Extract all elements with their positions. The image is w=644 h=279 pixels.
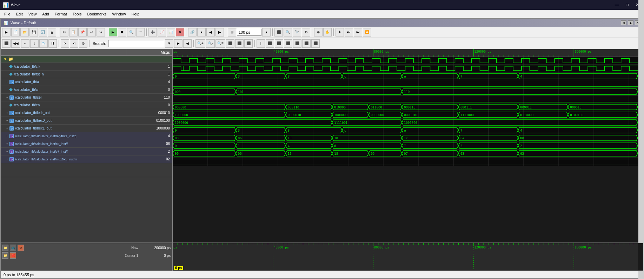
tb2-marker2[interactable]: ⬛ [266, 39, 274, 48]
tb2-edge2-btn[interactable]: ⊲ [70, 39, 78, 48]
list-item[interactable]: + ◇ /calculator_tb/calculator_inst/c7_in… [1, 148, 172, 155]
list-item[interactable]: /calculator_tb/rst_n 1 [1, 71, 172, 78]
tb2-zoom-sel[interactable]: ⬛ [226, 39, 234, 48]
tb2-wave-view[interactable]: 📉 [39, 39, 48, 48]
expand-icon[interactable]: + [6, 80, 8, 84]
tb2-hex-view[interactable]: H [48, 39, 57, 48]
tb-zoom-fit[interactable]: ⬛ [274, 28, 283, 36]
tb-run-btn[interactable]: ▶ [109, 28, 117, 36]
tb-redo-btn[interactable]: ↪ [97, 28, 105, 36]
search-go-btn[interactable]: ▶ [174, 39, 182, 48]
time-step-input[interactable] [237, 29, 261, 36]
search-back-btn[interactable]: ◀ [183, 39, 192, 48]
tb-nav-down[interactable]: ⬇ [336, 28, 344, 36]
bottom-icon-3[interactable]: ⊙ [18, 245, 24, 251]
tb-copy-btn[interactable]: 📋 [69, 28, 78, 36]
tb-zoom-out2[interactable]: 🔭 [293, 28, 301, 36]
list-item[interactable]: /calculator_tb/ci 0 [1, 86, 172, 94]
wave-canvas-container[interactable] [173, 57, 643, 243]
menu-help[interactable]: Help [129, 11, 142, 17]
bottom-icon-5[interactable]: 🔴 [10, 252, 16, 259]
tb2-marker7[interactable]: ⬛ [311, 39, 320, 48]
expand-icon-c6[interactable]: + [6, 142, 8, 146]
tb-wave-btn[interactable]: 〰 [136, 28, 145, 36]
tb-del-btn[interactable]: ✕ [176, 28, 184, 36]
tb2-marker1[interactable]: | [257, 39, 265, 48]
wave-maximize-button[interactable]: ▲ [628, 20, 633, 25]
tb-nav-prev[interactable]: ⏮ [354, 28, 362, 36]
expand-icon-reg4[interactable]: + [6, 134, 8, 138]
menu-file[interactable]: File [1, 11, 13, 17]
tb2-marker3[interactable]: ⬛ [275, 39, 283, 48]
expand-icon-hex1[interactable]: + [6, 127, 8, 130]
tb-up-btn[interactable]: ▲ [197, 28, 206, 36]
tb-fit-btn[interactable]: ⊞ [228, 28, 236, 36]
signal-list[interactable]: ▼ 📁 /calculator_tb/clk 1 [1, 56, 172, 243]
tb2-zoom-in[interactable]: 🔍+ [195, 39, 205, 48]
search-dropdown-btn[interactable]: ▼ [165, 39, 173, 48]
list-item[interactable]: + ◇ /calculator_tb/hex1_out 1000000 [1, 125, 172, 132]
tb2-collapse[interactable]: ↕ [30, 39, 39, 48]
tb-open-btn[interactable]: 📂 [20, 28, 29, 36]
list-item[interactable]: + ◇ /calculator_tb/calculator_inst/reg4b… [1, 132, 172, 140]
maximize-button[interactable]: □ [624, 2, 631, 8]
list-item[interactable]: + ◇ /calculator_tb/calculator_inst/c6_in… [1, 140, 172, 148]
list-item[interactable]: + ◇ /calculator_tb/ledr_out 000010 [1, 109, 172, 117]
tb2-marker5[interactable]: ⬛ [293, 39, 301, 48]
list-item[interactable]: + ◇ /calculator_tb/sel 110 [1, 94, 172, 101]
tb-nav-next[interactable]: ⏭ [345, 28, 353, 36]
tb2-edge3-btn[interactable]: ⊙ [79, 39, 87, 48]
bottom-icon-4[interactable]: 📁 [2, 252, 8, 259]
tb-refresh-btn[interactable]: 🔄 [39, 28, 47, 36]
tb-print-btn[interactable]: 🖨 [48, 28, 56, 36]
menu-view[interactable]: View [26, 11, 40, 17]
bottom-icon-1[interactable]: 📁 [2, 245, 8, 251]
tb-link-btn[interactable]: 🔗 [188, 28, 197, 36]
tb-save-btn[interactable]: 💾 [29, 28, 38, 36]
tb-right-btn[interactable]: ▶ [215, 28, 224, 36]
tb2-marker6[interactable]: ⬛ [302, 39, 311, 48]
tb-paste-btn[interactable]: 📌 [78, 28, 87, 36]
tb-hand-btn[interactable]: ✋ [323, 28, 332, 36]
expand-icon-mux8[interactable]: + [6, 158, 8, 161]
tb-undo-btn[interactable]: ↩ [87, 28, 96, 36]
tb-nav-end[interactable]: ⏩ [363, 28, 371, 36]
tb-search-btn[interactable]: 🔍 [127, 28, 135, 36]
menu-bookmarks[interactable]: Bookmarks [84, 11, 109, 17]
tb2-zoom-out[interactable]: 🔍- [206, 39, 215, 48]
tb-add-wave-btn[interactable]: 📈 [158, 28, 166, 36]
menu-add[interactable]: Add [39, 11, 52, 17]
vscrollbar[interactable] [638, 49, 643, 243]
tb2-edge-btn[interactable]: ⊳ [61, 39, 69, 48]
list-item[interactable]: + ◇ /calculator_tb/a 4 [1, 78, 172, 86]
tb-left-btn[interactable]: ◀ [206, 28, 215, 36]
menu-edit[interactable]: Edit [13, 11, 26, 17]
menu-window[interactable]: Window [109, 11, 129, 17]
tb-stop-btn[interactable]: ⏹ [118, 28, 126, 36]
tb-add-bus-btn[interactable]: 📊 [167, 28, 175, 36]
tb2-zoom-sel2[interactable]: ⬛ [235, 39, 244, 48]
tb-zoom-sel2[interactable]: ⚙ [302, 28, 310, 36]
wave-restore-button[interactable]: ◄ [621, 20, 626, 25]
list-item[interactable]: + ◇ /calculator_tb/hex0_out 0100100 [1, 117, 172, 125]
tb2-zoom-sel3[interactable]: ⬛ [244, 39, 253, 48]
expand-icon-hex0[interactable]: + [6, 119, 8, 122]
tb-timestep-up[interactable]: ▲ [262, 28, 271, 36]
tb2-marker4[interactable]: ⬛ [284, 39, 292, 48]
tb2-zoom-full[interactable]: 🔍= [215, 39, 225, 48]
minimize-button[interactable]: — [613, 2, 621, 8]
tb-cursor-btn[interactable]: ⊕ [314, 28, 323, 36]
tb2-expand[interactable]: ↔ [21, 39, 29, 48]
list-item[interactable]: /calculator_tb/en 0 [1, 101, 172, 109]
tb-add-sig-btn[interactable]: ➕ [148, 28, 157, 36]
list-item[interactable]: /calculator_tb/clk 1 [1, 63, 172, 71]
bottom-icon-2[interactable]: 📺 [10, 245, 16, 251]
search-input[interactable] [108, 40, 164, 47]
expand-icon-sel[interactable]: + [6, 96, 8, 99]
tb-cut-btn[interactable]: ✂ [60, 28, 68, 36]
tb2-fit-btn[interactable]: ⬛ [2, 39, 11, 48]
menu-format[interactable]: Format [52, 11, 70, 17]
list-item[interactable]: + ◇ /calculator_tb/calculator_inst/mux8x… [1, 155, 172, 163]
expand-icon-c7[interactable]: + [6, 150, 8, 153]
signal-group-row[interactable]: ▼ 📁 [1, 56, 172, 63]
